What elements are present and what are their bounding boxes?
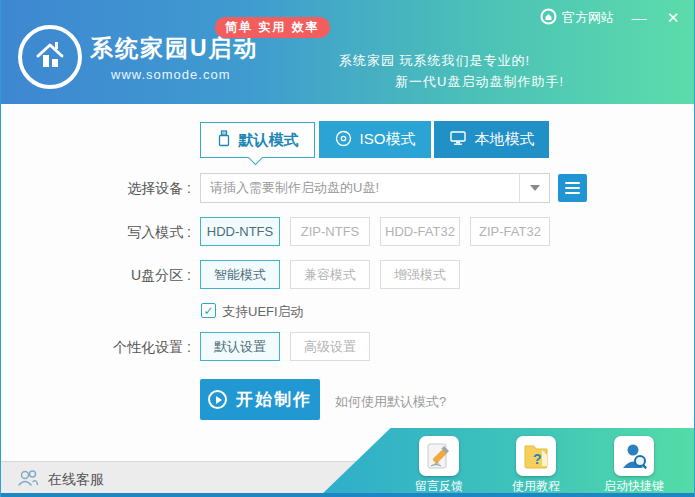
play-circle-icon <box>208 390 227 409</box>
question-folder-icon: ? <box>516 436 556 476</box>
write-mode-label: 写入模式 : <box>61 224 191 242</box>
titlebar-controls: 官方网站 — ✕ <box>540 8 682 28</box>
uefi-checkbox[interactable]: ✓ <box>201 303 216 318</box>
personalize-label: 个性化设置 : <box>41 339 191 357</box>
tab-iso-label: ISO模式 <box>360 130 416 149</box>
tab-iso-mode[interactable]: ISO模式 <box>319 121 431 158</box>
tagline-line2: 新一代U盘启动盘制作助手! <box>395 73 564 91</box>
tab-default-label: 默认模式 <box>239 131 299 150</box>
official-site-label: 官方网站 <box>562 9 614 27</box>
partition-compat-mode[interactable]: 兼容模式 <box>290 260 370 289</box>
start-make-label: 开始制作 <box>236 388 312 411</box>
close-button[interactable]: ✕ <box>664 9 682 27</box>
slogan-badge: 简单 实用 效率 <box>215 17 330 38</box>
app-window: 系统家园U启动 www.somode.com 简单 实用 效率 系统家园 玩系统… <box>0 0 695 497</box>
footer-shortcut-panel: 留言反馈 ? 使用教程 启动快捷键 <box>319 428 695 497</box>
device-dropdown-toggle[interactable] <box>519 174 549 202</box>
personalize-advanced-settings[interactable]: 高级设置 <box>290 332 370 361</box>
hamburger-icon <box>565 182 580 194</box>
monitor-icon <box>449 130 467 149</box>
website-url: www.somode.com <box>111 67 230 82</box>
device-placeholder: 请插入需要制作启动盘的U盘! <box>201 179 519 197</box>
device-select[interactable]: 请插入需要制作启动盘的U盘! <box>200 173 550 203</box>
online-service-label: 在线客服 <box>48 471 104 489</box>
online-service-link[interactable]: 在线客服 <box>16 469 104 490</box>
official-site-link[interactable]: 官方网站 <box>540 8 614 28</box>
house-logo-icon <box>31 36 69 78</box>
tutorial-shortcut[interactable]: ? 使用教程 <box>501 436 571 495</box>
personalize-default-settings[interactable]: 默认设置 <box>200 332 280 361</box>
device-label: 选择设备 : <box>61 180 191 198</box>
window-bottom-edge <box>1 493 695 497</box>
circle-house-icon <box>540 8 557 28</box>
write-mode-zip-fat32[interactable]: ZIP-FAT32 <box>470 217 550 246</box>
caret-down-icon <box>530 185 540 191</box>
person-magnifier-icon <box>614 436 654 476</box>
tagline-line1: 系统家园 玩系统我们是专业的! <box>339 52 530 70</box>
partition-enhanced-mode[interactable]: 增强模式 <box>380 260 460 289</box>
tab-local-label: 本地模式 <box>475 130 535 149</box>
write-mode-zip-ntfs[interactable]: ZIP-NTFS <box>290 217 370 246</box>
svg-text:?: ? <box>533 451 542 467</box>
feedback-shortcut[interactable]: 留言反馈 <box>404 436 474 495</box>
app-logo <box>18 25 82 89</box>
uefi-checkbox-label[interactable]: 支持UEFI启动 <box>222 303 304 321</box>
device-menu-button[interactable] <box>558 174 587 202</box>
partition-label: U盘分区 : <box>61 267 191 285</box>
help-default-mode-link[interactable]: 如何使用默认模式? <box>335 393 446 411</box>
cd-disc-icon <box>335 130 352 150</box>
hotkey-shortcut[interactable]: 启动快捷键 <box>599 436 669 495</box>
pencil-paper-icon <box>419 436 459 476</box>
header-banner: 系统家园U启动 www.somode.com 简单 实用 效率 系统家园 玩系统… <box>1 0 695 104</box>
usb-drive-icon <box>217 130 231 150</box>
partition-smart-mode[interactable]: 智能模式 <box>200 260 280 289</box>
minimize-button[interactable]: — <box>630 9 648 27</box>
start-make-button[interactable]: 开始制作 <box>200 379 320 420</box>
tab-local-mode[interactable]: 本地模式 <box>434 121 549 158</box>
two-persons-icon <box>16 469 40 490</box>
write-mode-hdd-ntfs[interactable]: HDD-NTFS <box>200 217 280 246</box>
write-mode-hdd-fat32[interactable]: HDD-FAT32 <box>380 217 460 246</box>
